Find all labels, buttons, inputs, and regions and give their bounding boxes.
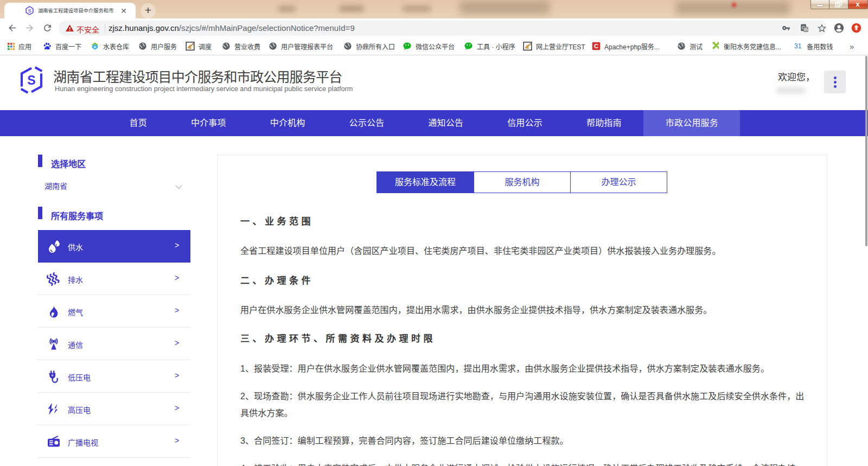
svg-text:C: C bbox=[594, 43, 598, 49]
svg-text:S: S bbox=[27, 73, 35, 87]
svg-text:x: x bbox=[856, 0, 860, 8]
svg-text:S: S bbox=[28, 8, 31, 14]
svg-text:文: 文 bbox=[804, 27, 808, 32]
